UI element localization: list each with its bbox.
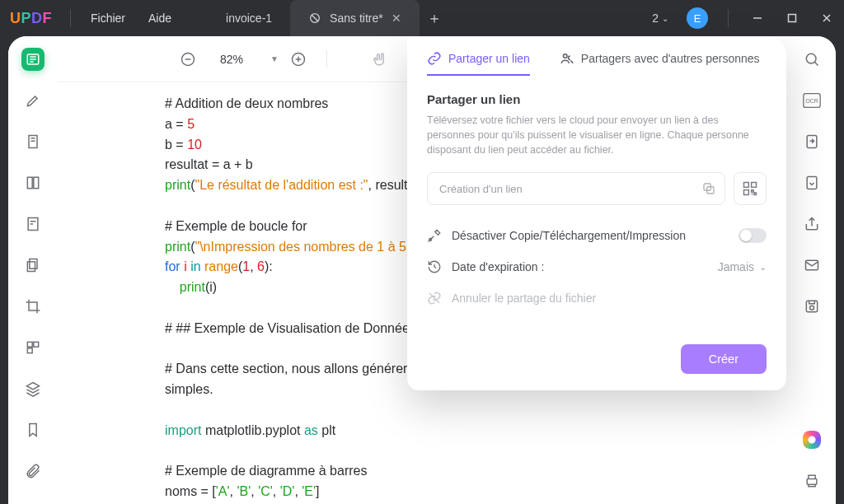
svg-rect-14	[807, 136, 817, 148]
expiration-value[interactable]: Jamais ⌄	[718, 260, 767, 273]
separator	[326, 50, 327, 68]
svg-text:OCR: OCR	[806, 98, 818, 104]
save-icon[interactable]	[800, 295, 823, 318]
svg-point-20	[563, 54, 567, 58]
svg-rect-4	[30, 259, 37, 269]
tab-share-link[interactable]: Partager un lien	[427, 51, 530, 76]
right-rail: OCR	[788, 36, 836, 504]
option-disable-copy[interactable]: Désactiver Copie/Téléchargement/Impressi…	[427, 220, 767, 251]
option-label: Désactiver Copie/Téléchargement/Impressi…	[452, 229, 729, 242]
app-logo: UPDF	[10, 10, 52, 27]
svg-point-11	[806, 54, 816, 63]
mail-icon[interactable]	[800, 254, 823, 277]
reader-mode-icon[interactable]	[21, 48, 45, 71]
chevron-down-icon: ⌄	[662, 14, 668, 23]
ai-assistant-icon[interactable]	[800, 428, 823, 451]
svg-rect-6	[27, 342, 32, 347]
form-icon[interactable]	[21, 212, 45, 236]
zoom-level[interactable]: 82%	[208, 53, 256, 66]
people-icon	[560, 51, 574, 66]
highlighter-icon[interactable]	[21, 89, 45, 112]
svg-point-18	[810, 306, 814, 310]
svg-rect-25	[744, 190, 749, 195]
share-icon[interactable]	[800, 212, 823, 236]
convert-icon[interactable]	[800, 130, 823, 153]
tab-untitled[interactable]: Sans titre* ✕	[290, 0, 420, 36]
svg-rect-19	[807, 479, 817, 485]
panel-description: Téléversez votre fichier vers le cloud p…	[427, 113, 767, 157]
tab-invoice[interactable]: invoice-1	[208, 0, 290, 36]
link-field[interactable]: Création d'un lien	[427, 172, 725, 205]
tab-label: Partagers avec d'autres personnes	[581, 52, 760, 65]
unlink-icon	[427, 291, 442, 306]
unsaved-icon	[308, 12, 321, 25]
svg-rect-7	[34, 342, 39, 347]
tab-label: invoice-1	[226, 12, 272, 25]
zoom-in-button[interactable]	[290, 51, 307, 68]
chevron-down-icon: ⌄	[759, 262, 767, 273]
note-icon[interactable]	[21, 130, 45, 153]
avatar[interactable]: E	[687, 7, 708, 29]
book-icon[interactable]	[21, 171, 45, 194]
count-value: 2	[652, 12, 659, 25]
toggle-switch[interactable]	[738, 228, 767, 243]
svg-rect-8	[27, 348, 32, 353]
panel-heading: Partager un lien	[427, 92, 767, 106]
new-tab-button[interactable]: ＋	[420, 0, 449, 36]
svg-rect-24	[752, 183, 757, 188]
svg-rect-1	[789, 15, 796, 22]
compress-icon[interactable]	[800, 171, 823, 194]
layers-icon[interactable]	[21, 377, 45, 400]
create-button[interactable]: Créer	[681, 344, 767, 374]
svg-rect-5	[27, 262, 35, 272]
bookmark-icon[interactable]	[21, 418, 45, 441]
title-bar: UPDF Fichier Aide invoice-1 Sans titre* …	[0, 0, 844, 36]
code-line	[165, 400, 762, 421]
option-expiration[interactable]: Date d'expiration : Jamais ⌄	[427, 251, 767, 282]
tab-label: Sans titre*	[330, 12, 383, 25]
code-line: # Exemple de diagramme à barres	[165, 461, 762, 482]
zoom-out-button[interactable]	[180, 51, 196, 68]
qr-code-button[interactable]	[734, 172, 767, 205]
separator	[728, 9, 729, 27]
hand-tool-icon[interactable]	[370, 51, 390, 68]
share-panel: Partager un lien Partagers avec d'autres…	[407, 36, 786, 390]
svg-rect-23	[744, 183, 749, 188]
separator	[70, 9, 71, 27]
tab-share-people[interactable]: Partagers avec d'autres personnes	[560, 51, 760, 76]
tools-icon	[427, 228, 442, 243]
ocr-icon[interactable]: OCR	[800, 89, 823, 112]
window-maximize-button[interactable]	[778, 6, 806, 30]
svg-rect-15	[807, 177, 817, 189]
link-placeholder: Création d'un lien	[439, 183, 523, 195]
search-icon[interactable]	[800, 48, 823, 71]
crop-icon[interactable]	[21, 295, 45, 318]
files-icon[interactable]	[21, 254, 45, 277]
code-line	[165, 441, 762, 462]
tab-label: Partager un lien	[448, 52, 530, 65]
close-icon[interactable]: ✕	[392, 12, 401, 25]
code-line: noms = ['A', 'B', 'C', 'D', 'E']	[165, 482, 762, 502]
code-line: import matplotlib.pyplot as plt	[165, 421, 762, 441]
copy-icon[interactable]	[701, 181, 716, 196]
organize-icon[interactable]	[21, 336, 45, 359]
print-icon[interactable]	[800, 469, 823, 492]
menu-file[interactable]: Fichier	[79, 12, 137, 25]
title-bar-right: 2 ⌄ E	[645, 6, 841, 30]
chevron-down-icon[interactable]: ▼	[270, 54, 279, 63]
window-minimize-button[interactable]	[743, 6, 771, 30]
history-icon	[427, 259, 442, 274]
option-label: Date d'expiration :	[452, 260, 708, 273]
menu-help[interactable]: Aide	[137, 12, 183, 25]
attachment-icon[interactable]	[21, 460, 45, 483]
left-rail	[8, 36, 58, 504]
option-cancel-share: Annuler le partage du fichier	[427, 282, 767, 314]
tab-strip: invoice-1 Sans titre* ✕ ＋	[208, 0, 449, 36]
option-label: Annuler le partage du fichier	[452, 292, 767, 305]
link-icon	[427, 51, 442, 66]
notification-count[interactable]: 2 ⌄	[645, 12, 675, 25]
window-close-button[interactable]	[813, 6, 841, 30]
